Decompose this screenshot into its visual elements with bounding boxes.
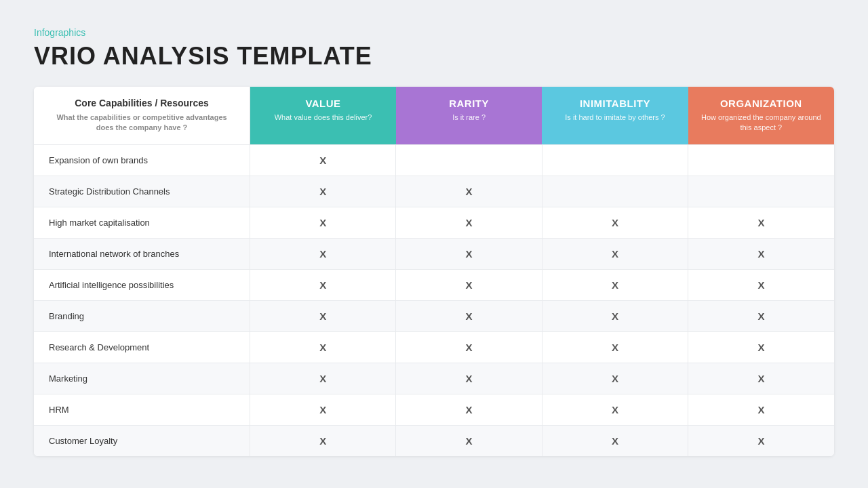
value-desc: What value does this deliver? — [257, 113, 389, 123]
page-title: VRIO ANALYSIS TEMPLATE — [34, 42, 834, 70]
row-inimitability: X — [542, 207, 688, 238]
vrio-table: Core Capabilities / Resources What the c… — [34, 87, 834, 456]
row-value: X — [250, 394, 396, 425]
col-header-value: VALUE What value does this deliver? — [250, 87, 396, 144]
capabilities-title: Core Capabilities / Resources — [47, 98, 236, 108]
page-label: Infographics — [34, 27, 834, 38]
row-organization: X — [688, 269, 834, 300]
row-rarity: X — [396, 425, 542, 456]
row-organization — [688, 144, 834, 176]
rarity-desc: Is it rare ? — [403, 113, 535, 123]
row-rarity: X — [396, 269, 542, 300]
inimitability-title: INIMITABLITY — [549, 98, 681, 109]
organization-title: ORGANIZATION — [695, 98, 827, 109]
row-rarity: X — [396, 331, 542, 363]
row-label: Customer Loyalty — [34, 425, 250, 456]
row-inimitability: X — [542, 238, 688, 269]
row-label: Strategic Distribution Channels — [34, 176, 250, 207]
row-label: Research & Development — [34, 331, 250, 363]
row-rarity: X — [396, 176, 542, 207]
row-rarity: X — [396, 394, 542, 425]
row-rarity: X — [396, 238, 542, 269]
row-inimitability: X — [542, 331, 688, 363]
row-inimitability: X — [542, 269, 688, 300]
row-rarity: X — [396, 207, 542, 238]
row-organization: X — [688, 331, 834, 363]
capabilities-subtitle: What the capabilities or competitive adv… — [47, 113, 236, 134]
row-label: Artificial intelligence possibilities — [34, 269, 250, 300]
row-rarity — [396, 144, 542, 176]
row-organization: X — [688, 394, 834, 425]
row-organization: X — [688, 425, 834, 456]
col-header-inimitability: INIMITABLITY Is it hard to imitate by ot… — [542, 87, 688, 144]
col-header-rarity: RARITY Is it rare ? — [396, 87, 542, 144]
value-title: VALUE — [257, 98, 389, 109]
table-row: International network of branchesXXXX — [34, 238, 834, 269]
row-organization — [688, 176, 834, 207]
col-header-organization: ORGANIZATION How organized the company a… — [688, 87, 834, 144]
row-value: X — [250, 300, 396, 331]
row-label: HRM — [34, 394, 250, 425]
row-label: Branding — [34, 300, 250, 331]
row-label: Expansion of own brands — [34, 144, 250, 176]
table-row: Customer LoyaltyXXXX — [34, 425, 834, 456]
row-value: X — [250, 331, 396, 363]
row-inimitability: X — [542, 425, 688, 456]
row-value: X — [250, 207, 396, 238]
row-organization: X — [688, 300, 834, 331]
row-organization: X — [688, 238, 834, 269]
col-header-capabilities: Core Capabilities / Resources What the c… — [34, 87, 250, 144]
row-value: X — [250, 176, 396, 207]
row-organization: X — [688, 363, 834, 394]
row-value: X — [250, 144, 396, 176]
row-inimitability: X — [542, 300, 688, 331]
table-row: High market capitalisationXXXX — [34, 207, 834, 238]
row-rarity: X — [396, 363, 542, 394]
row-rarity: X — [396, 300, 542, 331]
table-row: Expansion of own brandsX — [34, 144, 834, 176]
row-label: International network of branches — [34, 238, 250, 269]
row-inimitability — [542, 144, 688, 176]
table-row: MarketingXXXX — [34, 363, 834, 394]
inimitability-desc: Is it hard to imitate by others ? — [549, 113, 681, 123]
row-value: X — [250, 269, 396, 300]
rarity-title: RARITY — [403, 98, 535, 109]
row-inimitability: X — [542, 363, 688, 394]
row-value: X — [250, 425, 396, 456]
row-inimitability — [542, 176, 688, 207]
table-row: Research & DevelopmentXXXX — [34, 331, 834, 363]
row-inimitability: X — [542, 394, 688, 425]
organization-desc: How organized the company around this as… — [695, 113, 827, 134]
table-row: HRMXXXX — [34, 394, 834, 425]
row-value: X — [250, 238, 396, 269]
table-row: Strategic Distribution ChannelsXX — [34, 176, 834, 207]
table-row: Artificial intelligence possibilitiesXXX… — [34, 269, 834, 300]
table-row: BrandingXXXX — [34, 300, 834, 331]
row-value: X — [250, 363, 396, 394]
row-organization: X — [688, 207, 834, 238]
row-label: Marketing — [34, 363, 250, 394]
row-label: High market capitalisation — [34, 207, 250, 238]
